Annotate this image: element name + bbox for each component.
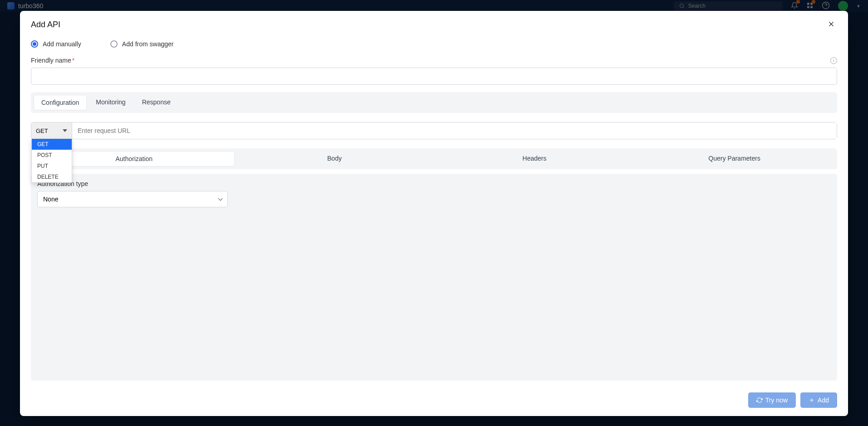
refresh-icon xyxy=(756,397,763,403)
radio-label: Add from swagger xyxy=(122,40,174,48)
method-option-put[interactable]: PUT xyxy=(32,161,72,171)
tab-configuration[interactable]: Configuration xyxy=(34,95,87,110)
modal-footer: Try now Add xyxy=(20,386,848,416)
friendly-name-label: Friendly name i xyxy=(31,57,837,64)
sub-tab-headers[interactable]: Headers xyxy=(434,151,635,166)
info-icon[interactable]: i xyxy=(830,57,837,64)
request-url-input[interactable] xyxy=(72,122,837,139)
radio-add-from-swagger[interactable]: Add from swagger xyxy=(110,40,174,48)
add-label: Add xyxy=(818,397,829,404)
auth-type-value: None xyxy=(43,196,58,203)
try-now-button[interactable]: Try now xyxy=(748,392,796,408)
tab-monitoring[interactable]: Monitoring xyxy=(89,95,133,110)
modal-title: Add API xyxy=(31,20,60,29)
method-option-delete[interactable]: DELETE xyxy=(32,171,72,182)
chevron-down-icon xyxy=(218,196,223,201)
add-mode-radios: Add manually Add from swagger xyxy=(31,40,837,48)
sub-tab-query-parameters[interactable]: Query Parameters xyxy=(635,151,835,166)
auth-type-label: Authorization type xyxy=(37,180,831,187)
radio-icon xyxy=(110,40,118,48)
radio-label: Add manually xyxy=(43,40,81,48)
method-option-post[interactable]: POST xyxy=(32,150,72,161)
add-button[interactable]: Add xyxy=(800,392,837,408)
authorization-panel: Authorization type None xyxy=(31,174,837,381)
auth-type-select[interactable]: None xyxy=(37,191,228,207)
method-option-get[interactable]: GET xyxy=(32,139,72,150)
request-url-row: GET GET POST PUT DELETE xyxy=(31,122,837,139)
method-dropdown-panel: GET POST PUT DELETE xyxy=(31,139,72,183)
plus-icon xyxy=(809,397,815,403)
http-method-select[interactable]: GET xyxy=(31,122,72,139)
modal-header: Add API xyxy=(20,11,848,35)
sub-tab-body[interactable]: Body xyxy=(235,151,435,166)
friendly-name-input[interactable] xyxy=(31,68,837,85)
request-sub-tabs: Authorization Body Headers Query Paramet… xyxy=(31,148,837,169)
radio-icon xyxy=(31,40,38,48)
add-api-modal: Add API Add manually Add from swagger Fr… xyxy=(20,11,848,416)
main-tabs: Configuration Monitoring Response xyxy=(31,92,837,113)
radio-add-manually[interactable]: Add manually xyxy=(31,40,81,48)
tab-response[interactable]: Response xyxy=(135,95,178,110)
try-now-label: Try now xyxy=(765,397,788,404)
close-icon xyxy=(827,20,835,28)
close-button[interactable] xyxy=(825,18,837,31)
